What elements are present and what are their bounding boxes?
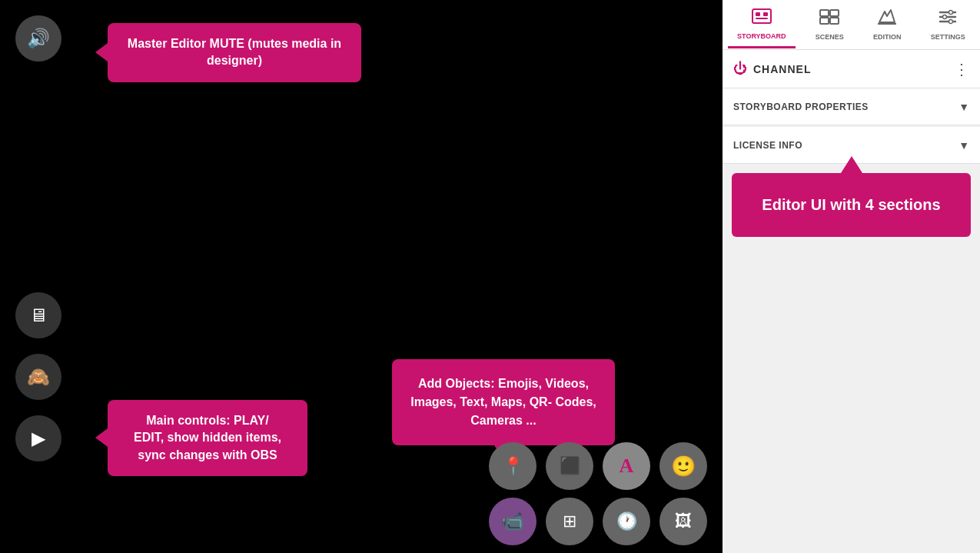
tab-storyboard[interactable]: STORYBOARD	[728, 2, 796, 48]
power-icon[interactable]: ⏻	[733, 61, 747, 77]
settings-tab-label: SETTINGS	[931, 33, 965, 41]
scenes-tab-label: SCENES	[816, 33, 844, 41]
play-button[interactable]: ▶	[15, 415, 61, 461]
svg-rect-2	[763, 12, 768, 16]
svg-point-13	[943, 15, 947, 19]
mute-tooltip: Master Editor MUTE (mutes media in desig…	[108, 23, 361, 82]
more-options-icon[interactable]: ⋮	[954, 60, 969, 78]
main-controls-text: Main controls: PLAY/EDIT, show hidden it…	[134, 414, 281, 461]
emoji-icon: 🙂	[671, 455, 696, 478]
clock-button[interactable]: 🕐	[603, 498, 650, 545]
frame-button[interactable]: ⬛	[546, 442, 593, 490]
tab-settings[interactable]: SETTINGS	[922, 2, 975, 47]
svg-rect-6	[820, 18, 829, 24]
editor-ui-text: Editor UI with 4 sections	[762, 196, 940, 213]
qr-icon: ⊞	[563, 511, 576, 531]
text-button[interactable]: A	[603, 442, 650, 490]
editor-ui-highlight[interactable]: Editor UI with 4 sections	[732, 173, 971, 237]
license-info-label: LICENSE INFO	[733, 140, 958, 151]
channel-label: CHANNEL	[753, 63, 954, 75]
emoji-button[interactable]: 🙂	[659, 442, 707, 490]
right-panel-empty	[723, 249, 980, 553]
add-objects-text: Add Objects: Emojis, Videos, Images, Tex…	[410, 377, 596, 427]
right-panel: STORYBOARD SCENES EDITION	[723, 0, 980, 553]
gallery-icon: 🖼	[675, 511, 692, 531]
svg-rect-7	[830, 18, 839, 24]
clock-icon: 🕐	[616, 511, 637, 531]
scenes-tab-icon	[819, 8, 839, 30]
pin-button[interactable]: 📍	[489, 442, 537, 490]
text-icon: A	[620, 455, 634, 478]
tab-edition[interactable]: EDITION	[864, 2, 911, 47]
left-toolbar: 🔊 🖥 🙈 ▶	[15, 0, 61, 553]
storyboard-chevron-icon: ▼	[958, 101, 969, 113]
hidden-button[interactable]: 🙈	[15, 354, 61, 400]
svg-rect-1	[756, 12, 760, 16]
mute-tooltip-text: Master Editor MUTE (mutes media in desig…	[128, 37, 341, 67]
speaker-icon: 🔊	[27, 28, 50, 49]
add-objects-tooltip: Add Objects: Emojis, Videos, Images, Tex…	[392, 359, 615, 445]
eye-slash-icon: 🙈	[27, 366, 50, 388]
mute-button[interactable]: 🔊	[15, 15, 61, 62]
edition-tab-icon	[877, 8, 897, 30]
qr-button[interactable]: ⊞	[546, 498, 593, 545]
svg-rect-4	[820, 10, 829, 16]
storyboard-properties-label: STORYBOARD PROPERTIES	[733, 102, 958, 112]
gallery-button[interactable]: 🖼	[659, 498, 707, 545]
object-buttons-row2: 📹 ⊞ 🕐 🖼	[489, 498, 707, 545]
object-buttons-row1: 📍 ⬛ A 🙂	[489, 442, 707, 490]
frame-icon: ⬛	[560, 456, 580, 476]
nav-tabs: STORYBOARD SCENES EDITION	[723, 0, 980, 50]
display-button[interactable]: 🖥	[15, 292, 61, 338]
edition-tab-label: EDITION	[873, 33, 902, 41]
main-controls-tooltip: Main controls: PLAY/EDIT, show hidden it…	[108, 400, 307, 476]
settings-tab-icon	[938, 8, 958, 30]
channel-bar: ⏻ CHANNEL ⋮	[723, 50, 980, 88]
storyboard-properties-dropdown[interactable]: STORYBOARD PROPERTIES ▼	[723, 88, 980, 125]
play-icon: ▶	[32, 428, 45, 449]
svg-point-12	[949, 11, 953, 15]
svg-point-14	[949, 20, 953, 24]
tab-scenes[interactable]: SCENES	[806, 2, 853, 47]
storyboard-tab-icon	[752, 8, 772, 29]
object-buttons: 📍 ⬛ A 🙂 📹 ⊞ 🕐 🖼	[489, 442, 707, 545]
storyboard-tab-label: STORYBOARD	[737, 32, 786, 40]
pin-icon: 📍	[503, 456, 523, 476]
monitor-icon: 🖥	[29, 305, 48, 326]
svg-rect-5	[830, 10, 839, 16]
video-button[interactable]: 📹	[489, 498, 537, 545]
svg-rect-0	[752, 9, 771, 23]
license-chevron-icon: ▼	[958, 139, 969, 152]
video-icon: 📹	[501, 511, 524, 532]
svg-rect-3	[756, 18, 768, 19]
main-canvas: 🔊 🖥 🙈 ▶ Master Editor MUTE (mutes media …	[0, 0, 723, 553]
